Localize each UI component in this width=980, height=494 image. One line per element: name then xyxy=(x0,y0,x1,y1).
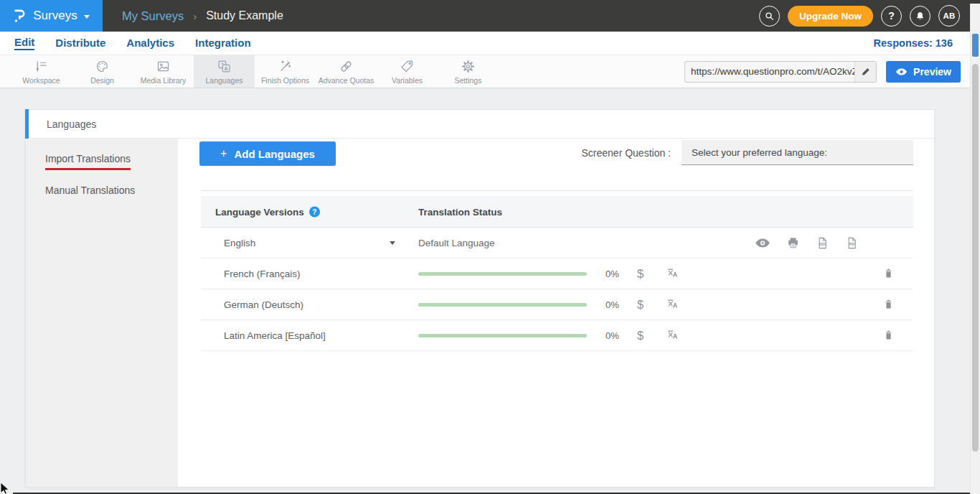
help-icon[interactable]: ? xyxy=(309,206,320,217)
preview-button[interactable]: Preview xyxy=(886,61,961,83)
eye-icon xyxy=(895,67,908,76)
language-name: French (Français) xyxy=(224,269,301,279)
breadcrumb-current: Study Example xyxy=(206,9,283,22)
pencil-icon xyxy=(861,67,871,77)
help-button[interactable]: ? xyxy=(881,6,902,27)
translation-progress-bar xyxy=(418,334,587,337)
page-background: Languages Import Translations Manual Tra… xyxy=(0,88,980,494)
translate-icon[interactable] xyxy=(666,329,679,342)
settings-icon xyxy=(461,59,476,74)
workspace-icon xyxy=(34,59,49,74)
edit-url-button[interactable] xyxy=(854,62,876,82)
topbar-actions: Upgrade Now ? AB xyxy=(759,5,980,27)
svg-text:A: A xyxy=(225,65,228,70)
panel-header: Languages xyxy=(26,110,934,139)
tab-distribute[interactable]: Distribute xyxy=(55,32,105,55)
plus-icon: + xyxy=(220,147,227,160)
default-language-label: Default Language xyxy=(418,238,495,248)
translate-icon[interactable] xyxy=(666,298,679,312)
paid-translation-icon[interactable]: $ xyxy=(637,329,644,342)
upgrade-now-button[interactable]: Upgrade Now xyxy=(788,6,873,27)
table-header-row: Language Versions ? Translation Status xyxy=(201,196,913,228)
delete-trash-icon[interactable] xyxy=(882,267,895,281)
delete-trash-icon[interactable] xyxy=(882,298,895,312)
bell-icon xyxy=(915,11,925,22)
active-section-accent xyxy=(25,109,29,139)
export-doc-icon[interactable]: DOC xyxy=(816,236,829,251)
svg-text:PDF: PDF xyxy=(849,243,855,246)
scrollbar-marker xyxy=(972,34,979,57)
toolbar-item-advance-quotas[interactable]: Advance Quotas xyxy=(316,55,377,88)
advance-quotas-icon xyxy=(339,59,354,74)
default-row-actions: DOC PDF xyxy=(755,228,859,258)
translation-progress-bar xyxy=(418,303,587,307)
toolbar-item-settings[interactable]: Settings xyxy=(438,55,499,88)
table-row-latin-america: Latin America [Español] 0% $ xyxy=(201,320,913,351)
design-icon xyxy=(95,59,110,74)
toolbar-item-variables[interactable]: Variables xyxy=(377,55,438,88)
languages-panel: Languages Import Translations Manual Tra… xyxy=(25,109,935,488)
progress-percent: 0% xyxy=(606,299,619,310)
sidebar-item-manual-translations[interactable]: Manual Translations xyxy=(26,177,178,203)
breadcrumb: My Surveys › Study Example xyxy=(122,9,283,23)
chevron-down-icon[interactable] xyxy=(390,241,395,245)
view-eye-icon[interactable] xyxy=(755,238,771,248)
toolbar-item-finish-options[interactable]: Finish Options xyxy=(255,55,316,88)
toolbar-item-languages[interactable]: * A Languages xyxy=(194,55,255,88)
product-menu[interactable]: Surveys xyxy=(0,0,103,32)
finish-options-icon xyxy=(278,59,293,74)
print-icon[interactable] xyxy=(786,236,800,250)
topbar: Surveys My Surveys › Study Example Upgra… xyxy=(0,0,980,32)
language-versions-header: Language Versions xyxy=(215,206,304,217)
breadcrumb-my-surveys[interactable]: My Surveys xyxy=(122,9,184,23)
tab-edit[interactable]: Edit xyxy=(14,32,34,55)
breadcrumb-separator: › xyxy=(193,10,197,22)
screener-question-select[interactable]: Select your preferred language: xyxy=(682,140,913,165)
paid-translation-icon[interactable]: $ xyxy=(637,267,644,281)
variables-icon xyxy=(400,59,415,74)
avatar[interactable]: AB xyxy=(938,5,960,27)
responses-count[interactable]: Responses: 136 xyxy=(874,37,953,49)
chevron-down-icon xyxy=(84,15,90,19)
toolbar-item-workspace[interactable]: Workspace xyxy=(11,55,72,88)
progress-percent: 0% xyxy=(606,269,619,279)
translation-status-header: Translation Status xyxy=(418,206,502,217)
media-library-icon xyxy=(156,59,171,74)
scrollbar-track[interactable] xyxy=(970,4,980,494)
edit-toolbar: Workspace Design Media Library * A xyxy=(0,55,980,88)
progress-percent: 0% xyxy=(606,330,619,341)
questionpro-logo-icon xyxy=(13,7,27,24)
toolbar-right: https://www.questionpro.com/t/AO2kvZ Pre… xyxy=(684,55,980,88)
language-name: Latin America [Español] xyxy=(224,330,326,341)
notifications-button[interactable] xyxy=(910,6,930,27)
survey-nav: Edit Distribute Analytics Integration Re… xyxy=(0,32,980,55)
search-icon xyxy=(764,11,775,22)
toolbar-item-media-library[interactable]: Media Library xyxy=(133,55,194,88)
tab-analytics[interactable]: Analytics xyxy=(126,32,174,55)
translate-icon[interactable] xyxy=(666,267,679,281)
sidebar-item-import-translations[interactable]: Import Translations xyxy=(26,146,178,177)
product-label: Surveys xyxy=(33,9,77,23)
language-versions-table: Language Versions ? Translation Status E… xyxy=(201,190,913,351)
add-languages-button[interactable]: + Add Languages xyxy=(199,141,336,166)
tab-integration[interactable]: Integration xyxy=(195,32,251,55)
screener-question-label: Screener Question : xyxy=(581,147,671,159)
panel-main: + Add Languages Screener Question : Sele… xyxy=(178,139,934,487)
survey-url-box: https://www.questionpro.com/t/AO2kvZ xyxy=(684,61,877,83)
language-name: German (Deutsch) xyxy=(224,299,303,310)
survey-url[interactable]: https://www.questionpro.com/t/AO2kvZ xyxy=(685,66,854,77)
translation-progress-bar xyxy=(418,272,587,276)
svg-text:DOC: DOC xyxy=(819,243,827,246)
search-button[interactable] xyxy=(759,6,780,27)
table-row-english: English Default Language xyxy=(201,228,913,258)
paid-translation-icon[interactable]: $ xyxy=(637,298,644,312)
export-pdf-icon[interactable]: PDF xyxy=(845,236,859,251)
scrollbar-thumb[interactable] xyxy=(972,64,979,452)
table-row-french: French (Français) 0% $ xyxy=(201,258,913,289)
language-name: English xyxy=(224,238,255,248)
panel-sidebar: Import Translations Manual Translations xyxy=(26,139,178,487)
toolbar-item-design[interactable]: Design xyxy=(72,55,133,88)
panel-title: Languages xyxy=(47,118,96,130)
delete-trash-icon[interactable] xyxy=(882,329,895,342)
languages-icon: * A xyxy=(217,59,232,74)
